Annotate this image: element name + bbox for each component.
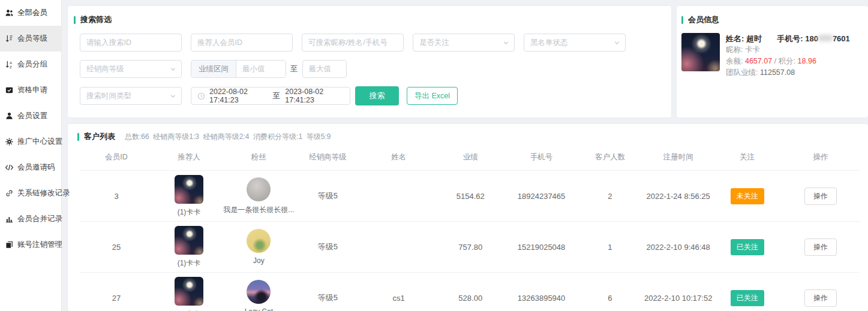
sidebar-item-account-cancellation[interactable]: 账号注销管理 — [0, 232, 61, 258]
sidebar-item-qualification[interactable]: 资格申请 — [0, 77, 61, 103]
sidebar-item-label: 会员等级 — [17, 34, 47, 44]
sidebar-item-label: 关系链修改记录 — [17, 188, 70, 198]
table-row: 3 (1)卡卡 我是一条很长很长很... 等级5 5154.62 1892423… — [80, 171, 860, 222]
customer-list-title-text: 客户列表 — [84, 131, 115, 142]
row-action-button[interactable]: 操作 — [804, 289, 837, 307]
customer-list-card: 客户列表 总数:66 经销商等级1:3 经销商等级2:4 消费积分等级:1 等级… — [68, 124, 868, 311]
points-value: 18.96 — [798, 57, 816, 65]
fan-avatar — [247, 177, 271, 201]
points-label: 积分: — [779, 57, 795, 65]
sidebar-item-member-level[interactable]: 会员等级 — [0, 26, 61, 52]
col-action: 操作 — [782, 143, 860, 171]
blacklist-status-select[interactable]: 黑名单状态 — [524, 34, 626, 52]
col-register-time: 注册时间 — [644, 143, 713, 171]
sidebar-item-relation-chain[interactable]: 关系链修改记录 — [0, 180, 61, 206]
nickname-label: 昵称: — [726, 46, 743, 54]
sidebar-item-invite-code[interactable]: 会员邀请码 — [0, 155, 61, 180]
sidebar-item-label: 会员设置 — [17, 111, 47, 121]
cell-phone: 15219025048 — [506, 222, 576, 273]
cell-member-id: 27 — [80, 273, 153, 311]
balance-label: 余额: — [726, 57, 743, 65]
performance-min-input[interactable] — [236, 61, 286, 77]
phone-label: 手机号: — [777, 34, 803, 43]
cell-dealer-level: 等级5 — [293, 273, 363, 311]
time-type-placeholder: 搜索时间类型 — [86, 91, 131, 101]
cell-customer-count: 1 — [576, 222, 644, 273]
cell-name — [363, 171, 435, 222]
chevron-down-icon — [170, 93, 176, 99]
cell-member-id: 25 — [80, 222, 153, 273]
col-follow: 关注 — [713, 143, 782, 171]
referrer-id-input[interactable] — [191, 34, 293, 52]
sidebar-item-label: 推广中心设置 — [17, 137, 62, 147]
fan-caption: Lazy Cat — [245, 307, 273, 311]
member-avatar — [681, 33, 720, 71]
date-end: 2023-08-02 17:41:23 — [285, 87, 344, 104]
date-separator: 至 — [273, 91, 281, 101]
table-row: 25 (1)卡卡 Joy 等级5 757.80 15219025048 1 20… — [80, 222, 860, 273]
fan-avatar — [247, 280, 271, 304]
dealer-level-placeholder: 经销商等级 — [86, 64, 124, 74]
svg-text:Z: Z — [10, 65, 12, 69]
phone-blur — [818, 35, 833, 41]
gear-icon — [5, 137, 14, 146]
export-excel-button[interactable]: 导出 Excel — [407, 87, 458, 105]
performance-range-label: 业绩区间 — [191, 61, 236, 77]
dealer-level-select[interactable]: 经销商等级 — [80, 60, 182, 78]
phone-prefix: 180 — [805, 34, 818, 43]
customer-table: 会员ID 推荐人 粉丝 经销商等级 姓名 业绩 手机号 客户人数 注册时间 关注… — [80, 143, 860, 311]
sidebar-item-all-members[interactable]: 全部会员 — [0, 0, 61, 26]
team-performance-label: 团队业绩: — [726, 68, 758, 77]
sidebar-item-member-settings[interactable]: 会员设置 — [0, 103, 61, 129]
user-icon — [5, 111, 14, 120]
code-icon — [5, 163, 14, 172]
sidebar-item-merge-record[interactable]: 会员合并记录 — [0, 206, 61, 232]
fan-caption: Joy — [253, 256, 265, 265]
performance-max-input[interactable] — [302, 60, 347, 78]
search-button[interactable]: 搜索 — [355, 86, 399, 105]
search-id-input[interactable] — [80, 34, 182, 52]
row-action-button[interactable]: 操作 — [804, 188, 837, 205]
col-performance: 业绩 — [434, 143, 506, 171]
chevron-down-icon — [503, 40, 509, 46]
sort-numeric-icon — [5, 34, 14, 43]
clock-icon — [197, 92, 205, 100]
date-range-picker[interactable]: 2022-08-02 17:41:23 至 2023-08-02 17:41:2… — [191, 87, 350, 105]
follow-status-select[interactable]: 是否关注 — [413, 34, 515, 52]
cell-customer-count: 2 — [576, 171, 644, 222]
accent-bar — [681, 16, 683, 24]
col-fan: 粉丝 — [225, 143, 293, 171]
sidebar-item-label: 会员合并记录 — [17, 214, 62, 224]
member-info-card: 会员信息 姓名: 超时 手机号: 1807601 昵称: 卡卡 余额: 4657… — [677, 6, 868, 117]
name-label: 姓名: — [726, 34, 744, 43]
inbox-check-icon — [5, 86, 14, 95]
accent-bar — [77, 133, 79, 141]
chevron-down-icon — [614, 40, 620, 46]
sidebar-item-label: 会员分组 — [17, 59, 47, 70]
sidebar: 全部会员 会员等级 AZ 会员分组 资格申请 会员设置 推广中心设置 会员邀请 — [0, 0, 62, 311]
keyword-input[interactable] — [302, 34, 404, 52]
cell-name: cs1 — [363, 273, 435, 311]
customer-list-section-title: 客户列表 — [77, 131, 115, 142]
time-type-select[interactable]: 搜索时间类型 — [80, 87, 182, 105]
referrer-caption: (1)卡卡 — [178, 258, 201, 268]
sidebar-item-member-group[interactable]: AZ 会员分组 — [0, 52, 61, 77]
customer-list-stats: 总数:66 经销商等级1:3 经销商等级2:4 消费积分等级:1 等级5:9 — [125, 132, 331, 142]
col-member-id: 会员ID — [80, 143, 153, 171]
team-performance-value: 112557.08 — [760, 68, 795, 77]
col-dealer-level: 经销商等级 — [293, 143, 363, 171]
col-customer-count: 客户人数 — [576, 143, 644, 171]
cell-name — [363, 222, 435, 273]
link-icon — [5, 189, 14, 198]
table-row: 27 (1)卡卡 Lazy Cat 等级5 cs1 528.00 1326389… — [80, 273, 860, 311]
follow-status-badge: 已关注 — [731, 239, 764, 255]
member-info-title-text: 会员信息 — [688, 14, 719, 25]
row-action-button[interactable]: 操作 — [804, 238, 837, 256]
range-to-text: 至 — [290, 64, 298, 74]
date-start: 2022-08-02 17:41:23 — [209, 87, 268, 104]
cell-phone: 18924237465 — [506, 171, 576, 222]
sidebar-item-label: 账号注销管理 — [17, 240, 62, 250]
sidebar-item-promotion-settings[interactable]: 推广中心设置 — [0, 129, 61, 155]
search-filter-card: 搜索筛选 是否关注 黑名单状态 经销商等级 业绩区间 至 搜 — [68, 6, 671, 117]
cell-performance: 528.00 — [434, 273, 506, 311]
